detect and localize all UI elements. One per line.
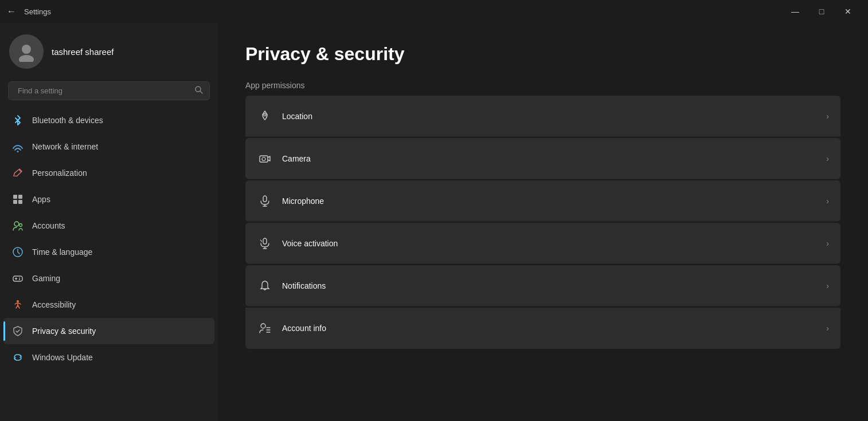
account-info-icon (257, 320, 273, 336)
microphone-icon (257, 193, 273, 209)
svg-point-27 (261, 324, 265, 328)
apps-icon (11, 193, 24, 206)
maximize-button[interactable]: □ (808, 2, 835, 21)
row-label-camera: Camera (282, 154, 817, 163)
sidebar-label-time: Time & language (32, 247, 92, 257)
svg-point-17 (17, 300, 19, 302)
accessibility-icon (11, 298, 24, 311)
svg-rect-19 (260, 156, 268, 162)
row-label-microphone: Microphone (282, 196, 817, 206)
chevron-icon: › (826, 281, 829, 290)
settings-row-account-info[interactable]: Account info › (245, 308, 840, 349)
camera-icon (257, 151, 273, 167)
time-icon (11, 246, 24, 258)
row-label-location: Location (282, 112, 817, 121)
close-button[interactable]: ✕ (835, 2, 861, 21)
chevron-icon: › (826, 324, 829, 333)
minimize-button[interactable]: — (782, 2, 808, 21)
sidebar-item-personalization[interactable]: Personalization (3, 160, 214, 186)
sidebar-item-accessibility[interactable]: Accessibility (3, 292, 214, 318)
sidebar: tashreef shareef Bluetooth & dev (0, 23, 218, 421)
svg-point-15 (19, 278, 20, 279)
bluetooth-icon (11, 114, 24, 127)
sidebar-label-accounts: Accounts (32, 221, 65, 230)
sidebar-label-apps: Apps (32, 195, 50, 204)
sidebar-item-accounts[interactable]: Accounts (3, 213, 214, 239)
sidebar-label-network: Network & internet (32, 142, 98, 151)
personalization-icon (11, 167, 24, 179)
svg-point-20 (262, 157, 265, 160)
title-bar-left: ← Settings (7, 6, 782, 17)
settings-row-notifications[interactable]: Notifications › (245, 265, 840, 306)
svg-rect-6 (18, 195, 22, 199)
sidebar-label-gaming: Gaming (32, 274, 60, 283)
chevron-icon: › (826, 196, 829, 206)
svg-rect-24 (263, 238, 267, 244)
sidebar-item-bluetooth[interactable]: Bluetooth & devices (3, 107, 214, 133)
notifications-icon (257, 278, 273, 294)
user-name: tashreef shareef (52, 47, 114, 57)
svg-point-0 (22, 45, 31, 54)
sidebar-label-update: Windows Update (32, 353, 93, 362)
svg-line-3 (200, 91, 202, 93)
sidebar-item-update[interactable]: Windows Update (3, 344, 214, 371)
search-box[interactable] (8, 81, 210, 100)
sidebar-item-privacy[interactable]: Privacy & security (3, 318, 214, 344)
sidebar-label-personalization: Personalization (32, 168, 87, 178)
settings-row-microphone[interactable]: Microphone › (245, 180, 840, 222)
sidebar-item-gaming[interactable]: Gaming (3, 265, 214, 292)
privacy-icon (11, 325, 24, 337)
nav-list: Bluetooth & devices Network & internet (0, 107, 218, 371)
network-icon (11, 140, 24, 153)
sidebar-item-apps[interactable]: Apps (3, 186, 214, 213)
row-label-voice: Voice activation (282, 239, 817, 248)
row-label-notifications: Notifications (282, 281, 817, 290)
title-bar-title: Settings (24, 7, 51, 16)
svg-point-16 (19, 279, 20, 280)
location-icon (257, 108, 273, 124)
voice-icon (257, 235, 273, 251)
svg-point-1 (19, 55, 34, 62)
svg-rect-5 (13, 195, 17, 199)
search-icon (194, 85, 204, 96)
svg-point-18 (264, 113, 266, 116)
settings-row-voice[interactable]: Voice activation › (245, 223, 840, 264)
svg-rect-7 (13, 200, 17, 204)
svg-rect-8 (18, 200, 22, 204)
gaming-icon (11, 272, 24, 285)
settings-row-location[interactable]: Location › (245, 96, 840, 137)
chevron-icon: › (826, 239, 829, 248)
accounts-icon (11, 219, 24, 232)
app-body: tashreef shareef Bluetooth & dev (0, 23, 868, 421)
row-label-account-info: Account info (282, 324, 817, 333)
user-section[interactable]: tashreef shareef (0, 23, 218, 78)
page-title: Privacy & security (245, 44, 840, 65)
svg-rect-21 (263, 196, 267, 202)
update-icon (11, 351, 24, 364)
svg-point-10 (19, 224, 22, 227)
sidebar-item-network[interactable]: Network & internet (3, 133, 214, 160)
section-title: App permissions (245, 81, 840, 90)
sidebar-label-bluetooth: Bluetooth & devices (32, 116, 103, 125)
chevron-icon: › (826, 112, 829, 121)
settings-row-camera[interactable]: Camera › (245, 138, 840, 179)
main-content: Privacy & security App permissions Locat… (218, 23, 868, 421)
back-button[interactable]: ← (7, 6, 16, 17)
svg-rect-12 (13, 276, 22, 281)
search-input[interactable] (14, 82, 194, 100)
sidebar-label-privacy: Privacy & security (32, 326, 96, 336)
sidebar-item-time[interactable]: Time & language (3, 239, 214, 265)
svg-point-4 (17, 151, 19, 152)
chevron-icon: › (826, 154, 829, 163)
title-bar-controls: — □ ✕ (782, 2, 861, 21)
settings-list: Location › Camera › (245, 96, 840, 349)
svg-point-9 (14, 222, 19, 226)
sidebar-label-accessibility: Accessibility (32, 300, 76, 309)
title-bar: ← Settings — □ ✕ (0, 0, 868, 23)
avatar (9, 34, 44, 69)
